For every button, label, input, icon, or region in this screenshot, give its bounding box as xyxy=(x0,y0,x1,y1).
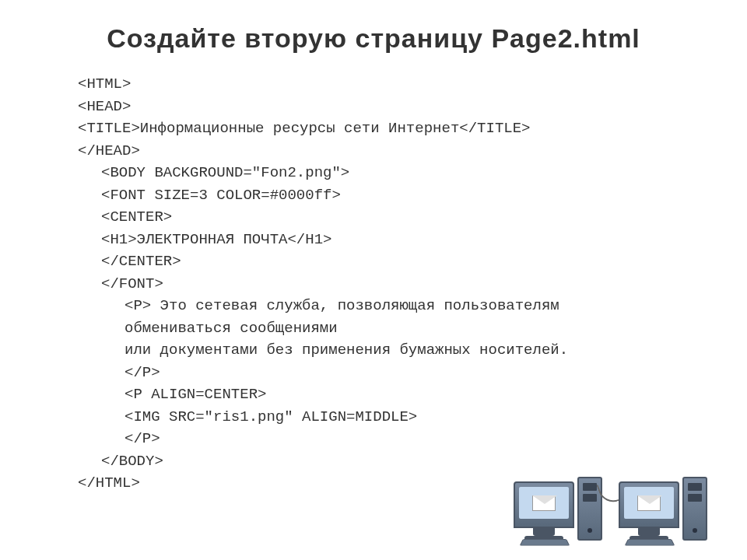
code-line: <H1>ЭЛЕКТРОННАЯ ПОЧТА</H1> xyxy=(78,229,716,251)
code-line: </HEAD> xyxy=(78,140,716,163)
code-line: <P ALIGN=CENTER> xyxy=(78,383,716,406)
code-line: обмениваться сообщениями xyxy=(78,317,716,340)
computer-icon xyxy=(619,481,679,541)
code-line: <FONT SIZE=3 COLOR=#0000ff> xyxy=(78,184,716,207)
envelope-icon xyxy=(637,495,661,511)
code-line: или документами без применения бумажных … xyxy=(78,339,716,362)
code-line: <HTML> xyxy=(78,73,716,96)
code-line: <CENTER> xyxy=(78,206,716,229)
envelope-icon xyxy=(532,495,556,511)
code-line: </FONT> xyxy=(78,273,716,296)
computer-icon xyxy=(514,481,574,541)
code-line: </P> xyxy=(78,362,716,384)
code-line: <IMG SRC="ris1.png" ALIGN=MIDDLE> xyxy=(78,406,716,429)
slide-container: Создайте вторую страницу Page2.html <HTM… xyxy=(0,0,747,560)
computers-illustration xyxy=(514,432,716,541)
code-line: <P> Это сетевая служба, позволяющая поль… xyxy=(78,295,716,317)
code-line: <BODY BACKGROUND="Fon2.png"> xyxy=(78,162,716,184)
slide-title: Создайте вторую страницу Page2.html xyxy=(31,23,716,54)
code-line: <HEAD> xyxy=(78,96,716,118)
code-line: <TITLE>Информационные ресурсы сети Интер… xyxy=(78,117,716,140)
code-line: </CENTER> xyxy=(78,250,716,273)
